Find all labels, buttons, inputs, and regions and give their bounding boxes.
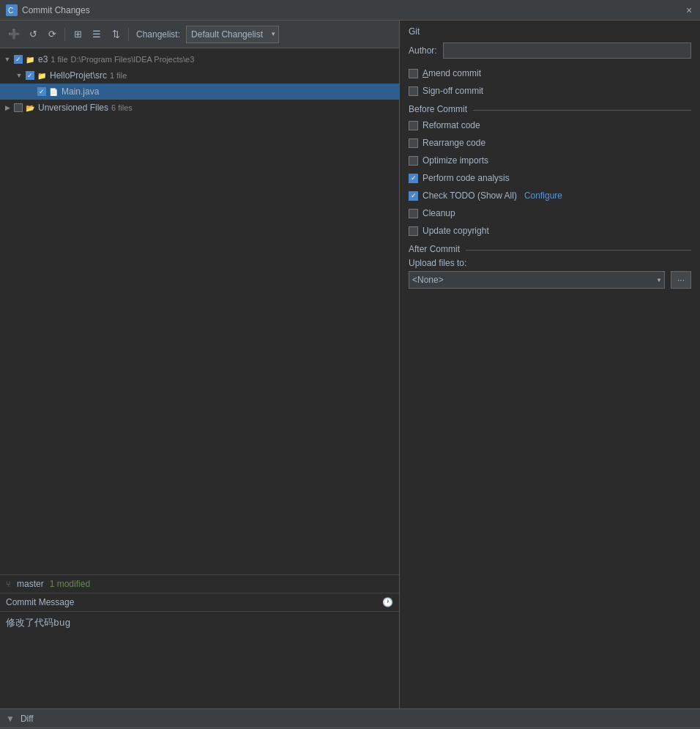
changelist-label: Changelist: (136, 29, 180, 40)
root-label: e3 (38, 54, 48, 64)
commit-message-label: Commit Message (6, 597, 74, 607)
root-path: D:\Program Files\IDEA Projects\e3 (71, 55, 195, 64)
diff-title: Diff (21, 714, 34, 724)
before-commit-label: Before Commit (409, 104, 473, 114)
rearrange-row: Rearrange code (409, 136, 691, 150)
author-row: Author: (409, 42, 691, 59)
commit-history-icon[interactable]: 🕐 (382, 597, 393, 607)
unversioned-icon: 📂 (25, 103, 35, 113)
optimize-row: Optimize imports (409, 153, 691, 168)
tree-root[interactable]: ▼ 📁 e3 1 file D:\Program Files\IDEA Proj… (0, 51, 399, 67)
check-todo-label: Check TODO (Show All) (422, 190, 517, 201)
optimize-checkbox[interactable] (409, 156, 418, 166)
menu-btn[interactable]: ☰ (89, 26, 105, 42)
group-btn[interactable]: ⊞ (70, 26, 86, 42)
cleanup-row: Cleanup (409, 206, 691, 221)
commit-message-section: Commit Message 🕐 修改了代码bug (0, 593, 399, 708)
sign-off-label: Sign-off commit (422, 86, 483, 96)
sign-off-row: Sign-off commit (409, 84, 691, 98)
refresh-btn[interactable]: ⟳ (44, 26, 60, 42)
toolbar: ➕ ↺ ⟳ ⊞ ☰ ⇅ Changelist: Default Changeli… (0, 21, 399, 48)
amend-commit-checkbox[interactable] (409, 69, 418, 78)
add-btn[interactable]: ➕ (6, 26, 22, 42)
tree-unversioned[interactable]: ▶ 📂 Unversioned Files 6 files (0, 100, 399, 116)
update-copyright-row: Update copyright (409, 223, 691, 238)
configure-link[interactable]: Configure (524, 190, 562, 201)
upload-dropdown-wrapper[interactable]: <None> (409, 271, 665, 289)
after-commit-label: After Commit (409, 244, 466, 254)
optimize-label: Optimize imports (422, 155, 488, 166)
changelist-select[interactable]: Default Changelist (186, 26, 279, 43)
perform-analysis-label: Perform code analysis (422, 173, 510, 183)
author-label: Author: (409, 45, 437, 56)
root-count: 1 file (51, 55, 67, 64)
diff-section: ▼ Diff ▲ ▼ ✏ ← → Side-by-side viewer ▼ D… (0, 708, 700, 729)
cleanup-label: Cleanup (422, 208, 455, 218)
upload-label: Upload files to: (409, 258, 466, 268)
toolbar-sep-1 (64, 28, 65, 41)
reformat-row: Reformat code (409, 118, 691, 133)
after-commit-divider: After Commit (409, 250, 691, 251)
upload-more-btn[interactable]: ··· (671, 271, 691, 289)
file-label: Main.java (62, 86, 99, 97)
before-commit-divider: Before Commit (409, 110, 691, 111)
window-title: Commit Changes (22, 5, 684, 15)
upload-select[interactable]: <None> (409, 271, 665, 289)
right-panel: Git Author: Amend commit Sign-off commit… (400, 21, 700, 708)
app-icon: C (6, 4, 18, 16)
sign-off-checkbox[interactable] (409, 86, 418, 96)
diff-collapse-icon[interactable]: ▼ (6, 714, 15, 724)
upload-control-row: <None> ··· (409, 271, 691, 289)
unversioned-label: Unversioned Files (38, 103, 108, 113)
left-panel: ➕ ↺ ⟳ ⊞ ☰ ⇅ Changelist: Default Changeli… (0, 21, 400, 708)
commit-message-header: Commit Message 🕐 (0, 593, 399, 611)
reformat-checkbox[interactable] (409, 121, 418, 130)
file-tree: ▼ 📁 e3 1 file D:\Program Files\IDEA Proj… (0, 48, 399, 574)
author-input[interactable] (443, 42, 691, 59)
close-button[interactable]: × (684, 5, 694, 15)
update-copyright-checkbox[interactable] (409, 226, 418, 236)
folder-toggle[interactable]: ▼ (15, 71, 23, 80)
diff-header: ▼ Diff (0, 709, 700, 728)
cleanup-checkbox[interactable] (409, 209, 418, 218)
check-todo-checkbox[interactable] (409, 191, 418, 201)
file-checkbox[interactable] (37, 87, 46, 96)
root-toggle[interactable]: ▼ (3, 55, 12, 64)
folder-icon: 📁 (37, 70, 47, 81)
sort-btn[interactable]: ⇅ (108, 26, 124, 42)
unversioned-checkbox[interactable] (14, 103, 23, 112)
java-file-icon: 📄 (48, 86, 59, 97)
before-commit-section: Before Commit Reformat code Rearrange co… (400, 110, 700, 241)
rearrange-checkbox[interactable] (409, 138, 418, 148)
root-folder-icon: 📁 (25, 54, 35, 64)
branch-icon: ⑂ (6, 580, 11, 588)
perform-analysis-checkbox[interactable] (409, 174, 418, 183)
branch-bar: ⑂ master 1 modified (0, 574, 399, 593)
undo-btn[interactable]: ↺ (25, 26, 41, 42)
tree-folder[interactable]: ▼ 📁 HelloProjet\src 1 file (0, 67, 399, 84)
folder-checkbox[interactable] (26, 71, 34, 80)
amend-commit-row: Amend commit (409, 66, 691, 81)
git-section: Git Author: Amend commit Sign-off commit (400, 21, 700, 107)
check-todo-row: Check TODO (Show All) Configure (409, 188, 691, 203)
after-commit-section: After Commit Upload files to: <None> ··· (400, 250, 700, 289)
update-copyright-label: Update copyright (422, 226, 489, 236)
amend-commit-label: Amend commit (422, 68, 481, 78)
unversioned-count: 6 files (111, 103, 133, 112)
title-bar: C Commit Changes × (0, 0, 700, 21)
upload-row: Upload files to: (409, 258, 691, 268)
git-section-header: Git (409, 26, 691, 37)
branch-modified: 1 modified (50, 579, 90, 589)
perform-analysis-row: Perform code analysis (409, 171, 691, 185)
svg-text:C: C (8, 7, 13, 15)
folder-count: 1 file (110, 71, 127, 80)
root-checkbox[interactable] (14, 55, 23, 64)
rearrange-label: Rearrange code (422, 138, 485, 148)
tree-file-main[interactable]: ▶ 📄 Main.java (0, 84, 399, 100)
commit-message-input[interactable]: 修改了代码bug (0, 611, 399, 706)
toolbar-sep-2 (128, 28, 129, 41)
changelist-dropdown-wrapper[interactable]: Default Changelist (183, 26, 279, 43)
unversioned-toggle[interactable]: ▶ (3, 103, 12, 112)
branch-name: master (17, 579, 44, 589)
folder-label: HelloProjet\src (50, 70, 107, 81)
